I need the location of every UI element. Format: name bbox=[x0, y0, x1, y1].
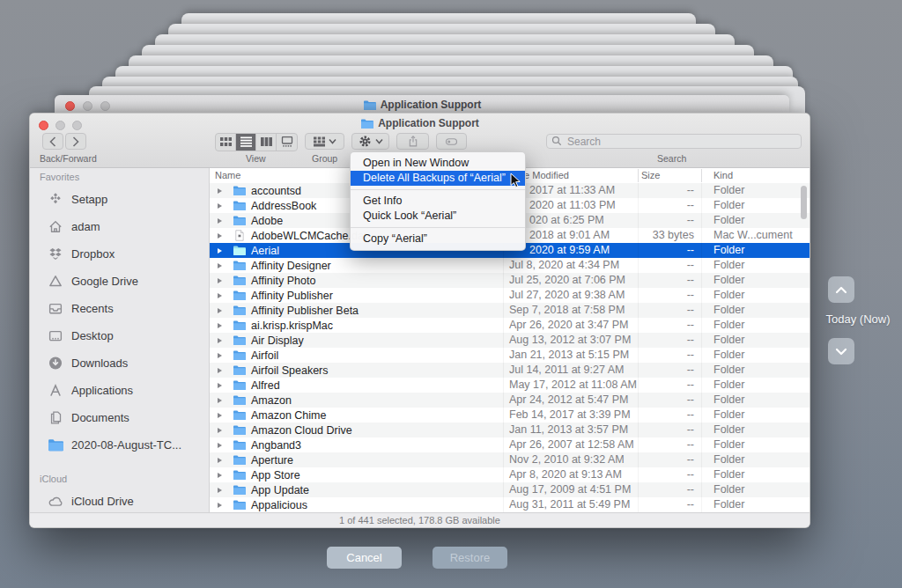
disclosure-triangle-icon[interactable] bbox=[218, 353, 226, 358]
scrollbar[interactable] bbox=[801, 186, 807, 219]
list-row-app-update[interactable]: App UpdateAug 17, 2009 at 4:51 PM--Folde… bbox=[210, 482, 810, 497]
list-row-air-display[interactable]: Air DisplayAug 13, 2012 at 3:07 PM--Fold… bbox=[210, 333, 810, 348]
list-row-amazon-chime[interactable]: Amazon ChimeFeb 14, 2017 at 3:39 PM--Fol… bbox=[210, 408, 810, 423]
disclosure-triangle-icon[interactable] bbox=[218, 503, 226, 508]
time-machine-back-button[interactable] bbox=[828, 338, 854, 364]
time-machine-forward-button[interactable] bbox=[828, 276, 854, 303]
icon-view-button[interactable] bbox=[216, 134, 236, 151]
setapp-icon bbox=[48, 192, 63, 207]
gear-icon bbox=[359, 135, 372, 148]
file-kind: Folder bbox=[713, 243, 744, 258]
tag-button[interactable] bbox=[436, 133, 467, 150]
list-row-affinity-designer[interactable]: Affinity DesignerJul 8, 2020 at 4:34 PM-… bbox=[210, 258, 810, 273]
sidebar-item-recents[interactable]: Recents bbox=[30, 295, 209, 322]
menu-item-delete-all-backups-of-aerial[interactable]: Delete All Backups of “Aerial” bbox=[351, 171, 525, 186]
file-name: ai.krisp.krispMac bbox=[251, 320, 333, 332]
disclosure-triangle-icon[interactable] bbox=[218, 458, 226, 463]
disclosure-triangle-icon[interactable] bbox=[218, 473, 226, 478]
file-kind: Folder bbox=[713, 213, 744, 228]
sidebar-item-applications[interactable]: Applications bbox=[30, 377, 209, 404]
group-label: Group bbox=[312, 153, 337, 164]
folder-icon bbox=[48, 437, 63, 452]
disclosure-triangle-icon[interactable] bbox=[218, 443, 226, 448]
disclosure-triangle-icon[interactable] bbox=[218, 293, 226, 298]
menu-item-copy-aerial[interactable]: Copy “Aerial” bbox=[351, 232, 525, 246]
group-button[interactable] bbox=[305, 133, 344, 150]
disclosure-triangle-icon[interactable] bbox=[218, 323, 226, 328]
sidebar-item-2020-08-august-tc[interactable]: 2020-08-August-TC... bbox=[30, 431, 209, 459]
date-modified: Nov 2, 2010 at 9:32 AM bbox=[509, 452, 625, 467]
chevron-right-icon bbox=[72, 136, 79, 147]
disclosure-triangle-icon[interactable] bbox=[218, 263, 226, 268]
list-row-ai-krisp-krispmac[interactable]: ai.krisp.krispMacApr 26, 2020 at 3:47 PM… bbox=[210, 318, 810, 333]
disclosure-triangle-icon[interactable] bbox=[218, 233, 226, 239]
disclosure-triangle-icon[interactable] bbox=[218, 203, 226, 209]
sidebar-item-label: Applications bbox=[71, 384, 133, 397]
cancel-button[interactable]: Cancel bbox=[327, 547, 402, 569]
sidebar-item-documents[interactable]: Documents bbox=[30, 404, 209, 431]
disclosure-triangle-icon[interactable] bbox=[218, 413, 226, 418]
file-name: Appalicious bbox=[251, 499, 307, 511]
disclosure-triangle-icon[interactable] bbox=[218, 278, 226, 283]
sidebar-item-desktop[interactable]: Desktop bbox=[30, 322, 209, 349]
share-button[interactable] bbox=[396, 133, 429, 150]
list-row-alfred[interactable]: AlfredMay 17, 2012 at 11:08 AM--Folder bbox=[210, 378, 810, 393]
sidebar-item-setapp[interactable]: Setapp bbox=[30, 186, 209, 213]
list-row-angband3[interactable]: Angband3Apr 26, 2007 at 12:58 AM--Folder bbox=[210, 437, 810, 452]
file-size: -- bbox=[638, 482, 694, 497]
row-name-cell: Air Display bbox=[210, 333, 503, 348]
column-divider[interactable] bbox=[638, 169, 639, 182]
sidebar-item-dropbox[interactable]: Dropbox bbox=[30, 240, 209, 268]
disclosure-triangle-icon[interactable] bbox=[218, 338, 226, 343]
disclosure-triangle-icon[interactable] bbox=[218, 218, 226, 224]
disclosure-triangle-icon[interactable] bbox=[218, 188, 226, 194]
list-row-affinity-photo[interactable]: Affinity PhotoJul 25, 2020 at 7:06 PM--F… bbox=[210, 273, 810, 288]
menu-item-get-info[interactable]: Get Info bbox=[351, 194, 525, 209]
list-row-amazon-cloud-drive[interactable]: Amazon Cloud DriveJan 11, 2013 at 3:57 P… bbox=[210, 423, 810, 437]
list-row-aperture[interactable]: ApertureNov 2, 2010 at 9:32 AM--Folder bbox=[210, 452, 810, 467]
file-kind: Folder bbox=[713, 467, 744, 482]
sidebar-item-adam[interactable]: adam bbox=[30, 213, 209, 240]
disclosure-triangle-icon[interactable] bbox=[218, 248, 226, 254]
window-title: Application Support bbox=[30, 117, 810, 129]
column-divider[interactable] bbox=[701, 169, 702, 182]
list-row-airfoil[interactable]: AirfoilJan 21, 2013 at 5:15 PM--Folder bbox=[210, 348, 810, 363]
list-row-appalicious[interactable]: AppaliciousAug 31, 2011 at 5:49 PM--Fold… bbox=[210, 497, 810, 512]
back-button[interactable] bbox=[42, 133, 63, 150]
disclosure-triangle-icon[interactable] bbox=[218, 428, 226, 433]
action-menu-button[interactable] bbox=[351, 133, 389, 150]
column-header-size[interactable]: Size bbox=[641, 170, 660, 180]
restore-button[interactable]: Restore bbox=[433, 547, 507, 569]
list-row-amazon[interactable]: AmazonApr 24, 2012 at 5:47 PM--Folder bbox=[210, 393, 810, 408]
sidebar-item-google-drive[interactable]: Google Drive bbox=[30, 268, 209, 295]
column-header-name[interactable]: Name bbox=[215, 170, 240, 180]
list-row-airfoil-speakers[interactable]: Airfoil SpeakersJul 14, 2011 at 9:27 AM-… bbox=[210, 363, 810, 378]
menu-item-open-in-new-window[interactable]: Open in New Window bbox=[351, 156, 525, 171]
folder-icon bbox=[233, 290, 246, 301]
disclosure-triangle-icon[interactable] bbox=[218, 368, 226, 373]
folder-icon bbox=[360, 118, 373, 129]
list-row-app-store[interactable]: App StoreApr 8, 2020 at 9:13 AM--Folder bbox=[210, 467, 810, 482]
forward-button[interactable] bbox=[65, 133, 86, 150]
disclosure-triangle-icon[interactable] bbox=[218, 398, 226, 403]
row-name-cell: Affinity Publisher bbox=[210, 288, 503, 303]
file-size: -- bbox=[638, 378, 694, 393]
column-view-button[interactable] bbox=[256, 134, 277, 151]
sidebar-item-icloud-drive[interactable]: iCloud Drive bbox=[30, 488, 209, 512]
disclosure-triangle-icon[interactable] bbox=[218, 308, 226, 313]
search-field[interactable] bbox=[546, 134, 802, 149]
column-header-kind[interactable]: Kind bbox=[713, 170, 733, 180]
gallery-view-button[interactable] bbox=[277, 134, 297, 151]
disclosure-triangle-icon[interactable] bbox=[218, 383, 226, 388]
file-kind: Folder bbox=[713, 303, 744, 318]
list-view-button[interactable] bbox=[236, 134, 256, 151]
file-kind: Folder bbox=[713, 363, 744, 378]
list-row-affinity-publisher-beta[interactable]: Affinity Publisher BetaSep 7, 2018 at 7:… bbox=[210, 303, 810, 318]
search-input[interactable] bbox=[566, 135, 796, 149]
list-row-affinity-publisher[interactable]: Affinity PublisherJul 27, 2020 at 9:38 A… bbox=[210, 288, 810, 303]
home-icon bbox=[48, 219, 63, 234]
sidebar-item-downloads[interactable]: Downloads bbox=[30, 349, 209, 377]
menu-item-quick-look-aerial[interactable]: Quick Look “Aerial” bbox=[351, 209, 525, 224]
disclosure-triangle-icon[interactable] bbox=[218, 488, 226, 493]
file-size: -- bbox=[638, 408, 694, 423]
